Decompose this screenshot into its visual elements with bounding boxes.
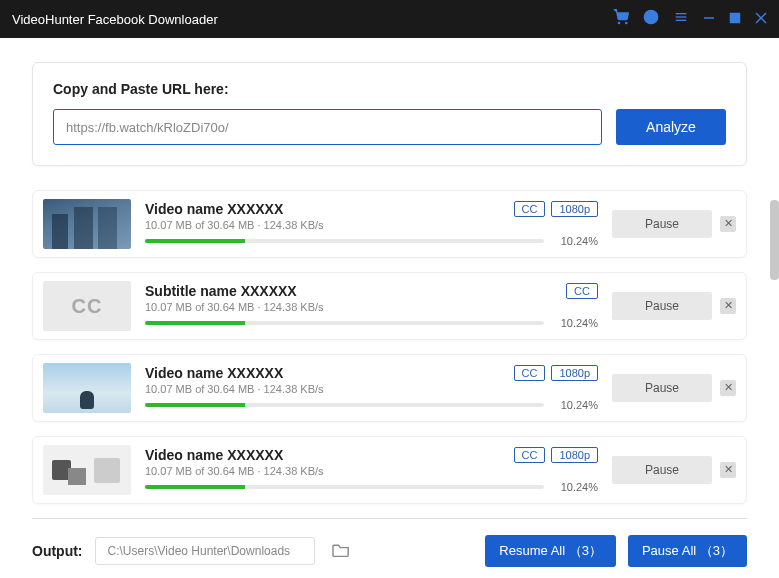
- download-actions: Pause✕: [612, 456, 736, 484]
- download-title: Subtitle name XXXXXX: [145, 283, 297, 299]
- download-main: Video name XXXXXXCC1080p10.07 MB of 30.6…: [145, 365, 598, 411]
- minimize-icon[interactable]: [703, 10, 715, 28]
- pause-button[interactable]: Pause: [612, 374, 712, 402]
- download-title: Video name XXXXXX: [145, 201, 283, 217]
- remove-download-button[interactable]: ✕: [720, 216, 736, 232]
- download-badges: CC1080p: [514, 365, 598, 381]
- download-stats: 10.07 MB of 30.64 MB · 124.38 KB/s: [145, 465, 598, 477]
- titlebar-icons: [613, 9, 767, 29]
- url-input[interactable]: [53, 109, 602, 145]
- progress-percent: 10.24%: [554, 481, 598, 493]
- scrollbar-thumb[interactable]: [770, 200, 779, 280]
- progress-fill: [145, 485, 245, 489]
- remove-download-button[interactable]: ✕: [720, 298, 736, 314]
- quality-badge: 1080p: [551, 365, 598, 381]
- download-item: CCSubtitle name XXXXXXCC10.07 MB of 30.6…: [32, 272, 747, 340]
- download-badges: CC1080p: [514, 201, 598, 217]
- cc-badge: CC: [566, 283, 598, 299]
- download-main: Subtitle name XXXXXXCC10.07 MB of 30.64 …: [145, 283, 598, 329]
- pause-button[interactable]: Pause: [612, 456, 712, 484]
- progress-bar: [145, 239, 544, 243]
- app-title: VideoHunter Facebook Downloader: [12, 12, 613, 27]
- download-title: Video name XXXXXX: [145, 447, 283, 463]
- analyze-button[interactable]: Analyze: [616, 109, 726, 145]
- resume-all-button[interactable]: Resume All （3）: [485, 535, 616, 567]
- download-main: Video name XXXXXXCC1080p10.07 MB of 30.6…: [145, 447, 598, 493]
- pause-button[interactable]: Pause: [612, 292, 712, 320]
- url-label: Copy and Paste URL here:: [53, 81, 726, 97]
- download-stats: 10.07 MB of 30.64 MB · 124.38 KB/s: [145, 301, 598, 313]
- pause-all-button[interactable]: Pause All （3）: [628, 535, 747, 567]
- maximize-icon[interactable]: [729, 10, 741, 28]
- output-path-input[interactable]: [95, 537, 315, 565]
- download-main: Video name XXXXXXCC1080p10.07 MB of 30.6…: [145, 201, 598, 247]
- progress-percent: 10.24%: [554, 399, 598, 411]
- menu-icon[interactable]: [673, 9, 689, 29]
- remove-download-button[interactable]: ✕: [720, 380, 736, 396]
- folder-icon: [331, 542, 351, 558]
- download-thumbnail: [43, 445, 131, 495]
- downloads-list: Video name XXXXXXCC1080p10.07 MB of 30.6…: [32, 190, 747, 504]
- quality-badge: 1080p: [551, 447, 598, 463]
- download-thumbnail: [43, 199, 131, 249]
- download-badges: CC: [566, 283, 598, 299]
- svg-rect-8: [731, 14, 740, 23]
- download-item: Video name XXXXXXCC1080p10.07 MB of 30.6…: [32, 354, 747, 422]
- remove-download-button[interactable]: ✕: [720, 462, 736, 478]
- quality-badge: 1080p: [551, 201, 598, 217]
- progress-percent: 10.24%: [554, 235, 598, 247]
- progress-fill: [145, 239, 245, 243]
- download-actions: Pause✕: [612, 374, 736, 402]
- download-badges: CC1080p: [514, 447, 598, 463]
- url-card: Copy and Paste URL here: Analyze: [32, 62, 747, 166]
- browse-folder-button[interactable]: [327, 538, 355, 565]
- close-icon[interactable]: [755, 10, 767, 28]
- svg-point-0: [618, 22, 619, 23]
- download-item: Video name XXXXXXCC1080p10.07 MB of 30.6…: [32, 436, 747, 504]
- svg-point-3: [649, 13, 653, 17]
- titlebar: VideoHunter Facebook Downloader: [0, 0, 779, 38]
- download-stats: 10.07 MB of 30.64 MB · 124.38 KB/s: [145, 219, 598, 231]
- progress-bar: [145, 321, 544, 325]
- cart-icon[interactable]: [613, 9, 629, 29]
- download-thumbnail: [43, 363, 131, 413]
- progress-percent: 10.24%: [554, 317, 598, 329]
- download-actions: Pause✕: [612, 210, 736, 238]
- output-label: Output:: [32, 543, 83, 559]
- main-content: Copy and Paste URL here: Analyze Video n…: [0, 38, 779, 504]
- download-title: Video name XXXXXX: [145, 365, 283, 381]
- svg-point-1: [626, 22, 627, 23]
- progress-fill: [145, 321, 245, 325]
- progress-fill: [145, 403, 245, 407]
- footer: Output: Resume All （3） Pause All （3）: [0, 519, 779, 578]
- progress-bar: [145, 485, 544, 489]
- progress-bar: [145, 403, 544, 407]
- download-actions: Pause✕: [612, 292, 736, 320]
- cc-badge: CC: [514, 201, 546, 217]
- cc-badge: CC: [514, 365, 546, 381]
- user-icon[interactable]: [643, 9, 659, 29]
- download-stats: 10.07 MB of 30.64 MB · 124.38 KB/s: [145, 383, 598, 395]
- download-item: Video name XXXXXXCC1080p10.07 MB of 30.6…: [32, 190, 747, 258]
- cc-badge: CC: [514, 447, 546, 463]
- pause-button[interactable]: Pause: [612, 210, 712, 238]
- download-thumbnail: CC: [43, 281, 131, 331]
